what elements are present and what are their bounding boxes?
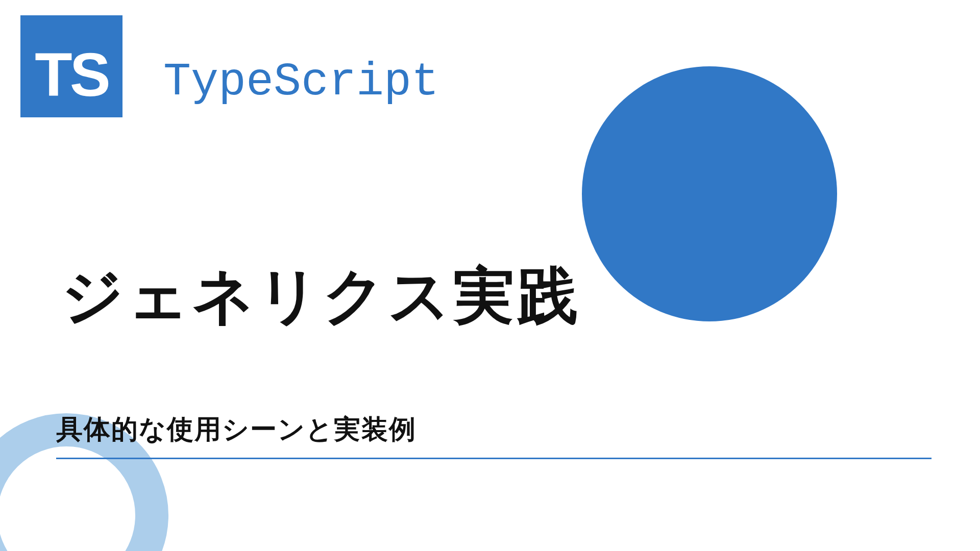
slide-container: TS TypeScript ジェネリクス実践 具体的な使用シーンと実装例: [0, 0, 980, 551]
brand-name: TypeScript: [163, 56, 439, 108]
decorative-circle-large: [582, 66, 837, 321]
subtitle-area: 具体的な使用シーンと実装例: [56, 412, 932, 459]
logo-badge-text: TS: [35, 39, 108, 110]
main-title: ジェネリクス実践: [61, 255, 581, 338]
divider-line: [56, 458, 932, 459]
typescript-logo-badge: TS: [20, 15, 122, 117]
subtitle: 具体的な使用シーンと実装例: [56, 412, 932, 455]
